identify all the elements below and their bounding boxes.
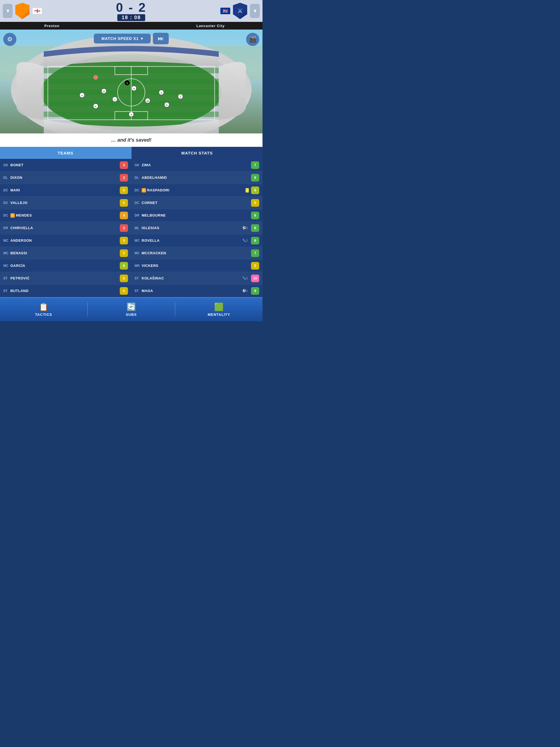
- away-position: ST: [134, 289, 142, 293]
- away-player-cell: MC MCCRACKEN 7: [131, 248, 262, 258]
- svg-text:5: 5: [127, 82, 128, 84]
- home-player-name: DIXON: [10, 176, 118, 180]
- stadium-view: 3 8 6 7 10 4 1 11 9 2 5 ⚙ MATCH SPEED X1…: [0, 29, 262, 133]
- home-position: MC: [3, 239, 10, 242]
- home-rating: 5: [120, 199, 128, 207]
- away-team-name: Lancaster City: [159, 22, 262, 29]
- home-player-name: BONET: [10, 163, 118, 167]
- home-rating: 3: [120, 224, 128, 232]
- home-position: DC: [3, 188, 10, 192]
- settings-button[interactable]: ⚙: [3, 33, 17, 46]
- table-row: GK BONET 3 GK ZIMA 7: [0, 159, 262, 172]
- home-player-cell: DR CHIRIVELLA 3: [0, 223, 131, 233]
- skip-button[interactable]: ⏭: [153, 33, 169, 44]
- tactics-label: TACTICS: [35, 312, 52, 317]
- away-player-name: MAGA: [142, 289, 242, 293]
- home-rating: 5: [120, 275, 128, 282]
- nav-item-subs[interactable]: 🔄 SUBS: [88, 298, 175, 321]
- away-position: ML: [134, 226, 142, 230]
- away-position: MR: [134, 264, 142, 268]
- home-chevron-button[interactable]: ▾: [3, 4, 12, 18]
- table-row: MC BENASSI 5 MC MCCRACKEN 7: [0, 247, 262, 259]
- match-header: ▾ 🏴󠁧󠁢󠁥󠁮󠁧󠁿 0 - 2 18 : 08 🇬🇧 ▾: [0, 0, 262, 22]
- table-row: MC GARCÍA 6 MR VICKERS 5: [0, 259, 262, 272]
- match-speed-button[interactable]: MATCH SPEED X1 ▾: [94, 34, 151, 44]
- svg-text:1: 1: [180, 96, 181, 98]
- away-position: ST: [134, 277, 142, 280]
- mentality-icon: 🟩: [214, 302, 224, 311]
- svg-text:3: 3: [131, 113, 132, 116]
- captain-badge: C: [142, 188, 146, 192]
- home-player-cell: GK BONET 3: [0, 160, 131, 170]
- away-player-name: CORNET: [142, 201, 249, 205]
- match-time: 18 : 08: [117, 14, 145, 21]
- away-player-cell: GK ZIMA 7: [131, 160, 262, 170]
- table-row: DL DIXON 3 DL ABDELHAMID 9: [0, 172, 262, 184]
- home-position: DC: [3, 201, 10, 205]
- table-row: MC ANDERSON 5 MC ROVELLA 🔧1 8: [0, 234, 262, 247]
- home-position: MC: [3, 251, 10, 255]
- away-position: MC: [134, 251, 142, 255]
- home-position: DL: [3, 176, 10, 180]
- away-player-cell: ST KOLAŠINAC 🔧1 10: [131, 274, 262, 283]
- camera-button[interactable]: 🎬: [246, 33, 259, 46]
- home-player-name: BENASSI: [10, 251, 118, 255]
- tab-match-stats[interactable]: MATCH STATS: [131, 147, 262, 159]
- home-rating: 6: [120, 262, 128, 269]
- commentary-text: … and it's saved!: [0, 133, 262, 147]
- home-team-name: Preston: [0, 22, 104, 29]
- away-rating: 8: [251, 212, 259, 219]
- tab-teams[interactable]: TEAMS: [0, 147, 131, 159]
- svg-text:7: 7: [114, 98, 116, 101]
- away-rating: 6: [251, 186, 259, 194]
- away-player-name: RASPADORI: [147, 188, 245, 192]
- score-name-spacer: [104, 22, 159, 29]
- away-team-badge: [232, 3, 248, 19]
- home-player-name: MENDES: [16, 213, 118, 217]
- away-chevron-button[interactable]: ▾: [250, 4, 260, 18]
- table-row: DC VALLEJO 5 DC CORNET 5: [0, 197, 262, 209]
- home-player-name: BUTLAND: [10, 289, 118, 293]
- table-row: DR CHIRIVELLA 3 ML IGLESIAS ⚽1 8: [0, 222, 262, 234]
- svg-text:8: 8: [95, 105, 97, 108]
- svg-text:9: 9: [133, 87, 135, 90]
- score-separator: -: [128, 0, 134, 15]
- away-position: MC: [134, 239, 142, 242]
- away-badge-shape: [233, 3, 247, 19]
- away-player-name: ROVELLA: [142, 238, 242, 242]
- away-rating: 7: [251, 161, 259, 169]
- stadium-svg: 3 8 6 7 10 4 1 11 9 2 5: [0, 29, 262, 133]
- mentality-label: MENTALITY: [207, 312, 230, 317]
- away-player-name: KOLAŠINAC: [142, 276, 242, 280]
- svg-text:6: 6: [166, 104, 168, 106]
- home-team-badge: [15, 3, 30, 19]
- home-player-cell: DC MARI 5: [0, 185, 131, 195]
- table-row: DC C MENDES 4 DR MELBOURNE 8: [0, 209, 262, 222]
- home-player-name: GARCÍA: [10, 264, 118, 268]
- away-rating: 9: [251, 174, 259, 182]
- away-team-section: 🇬🇧 ▾: [159, 0, 262, 22]
- event-icon: 🔧1: [242, 277, 248, 280]
- home-position: MC: [3, 264, 10, 268]
- subs-label: SUBS: [126, 312, 137, 317]
- home-position: DC: [3, 213, 10, 217]
- svg-text:11: 11: [103, 90, 105, 93]
- home-rating: 5: [120, 249, 128, 257]
- nav-item-mentality[interactable]: 🟩 MENTALITY: [175, 298, 262, 321]
- home-player-name: MARI: [10, 188, 118, 192]
- away-player-cell: MR VICKERS 5: [131, 261, 262, 271]
- svg-point-26: [94, 75, 98, 79]
- stats-panel: TEAMS MATCH STATS GK BONET 3 GK ZIMA 7: [0, 147, 262, 297]
- away-score: 2: [138, 0, 147, 15]
- away-player-name: ABDELHAMID: [142, 176, 249, 180]
- nav-item-tactics[interactable]: 📋 TACTICS: [0, 298, 87, 321]
- home-position: ST: [3, 277, 10, 280]
- home-team-section: ▾ 🏴󠁧󠁢󠁥󠁮󠁧󠁿: [0, 0, 104, 22]
- away-position: GK: [134, 163, 142, 167]
- score-center: 0 - 2 18 : 08: [104, 0, 159, 22]
- away-position: DL: [134, 176, 142, 180]
- home-position: GK: [3, 163, 10, 167]
- away-flag-icon: 🇬🇧: [221, 8, 230, 14]
- table-row: ST BUTLAND 5 ST MAGA ⚽1 9: [0, 285, 262, 297]
- tactics-icon: 📋: [39, 302, 48, 311]
